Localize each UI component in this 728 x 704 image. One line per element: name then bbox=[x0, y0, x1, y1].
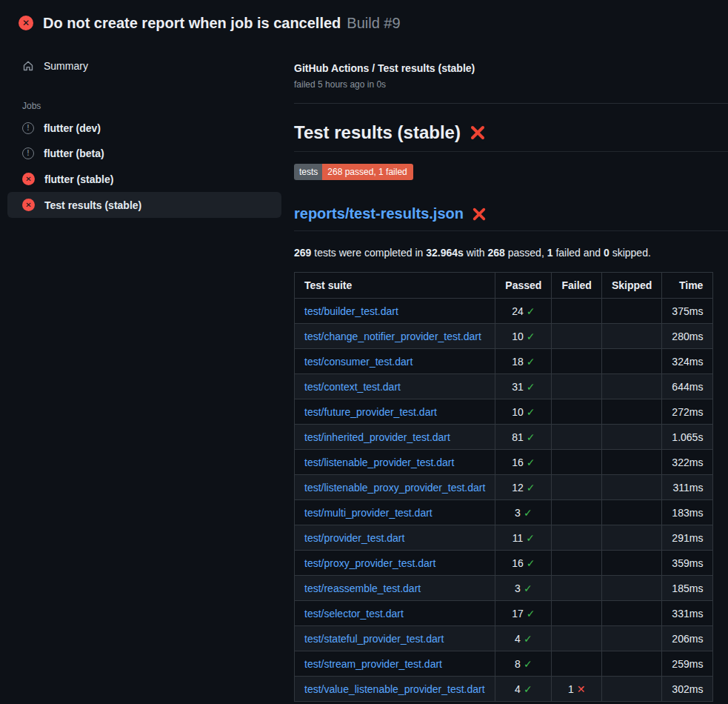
cell-skipped bbox=[601, 299, 661, 324]
test-suite-link[interactable]: test/context_test.dart bbox=[304, 381, 401, 393]
test-suite-link[interactable]: test/proxy_provider_test.dart bbox=[304, 557, 435, 569]
cell-test-suite: test/change_notifier_provider_test.dart bbox=[295, 324, 495, 349]
test-suite-link[interactable]: test/change_notifier_provider_test.dart bbox=[304, 331, 481, 342]
test-results-table: Test suite Passed Failed Skipped Time te… bbox=[294, 272, 713, 702]
cell-passed: 81✓ bbox=[495, 425, 552, 450]
cell-passed: 11✓ bbox=[495, 525, 552, 551]
check-icon: ✓ bbox=[527, 456, 535, 468]
test-suite-link[interactable]: test/multi_provider_test.dart bbox=[304, 507, 433, 519]
cell-test-suite: test/context_test.dart bbox=[295, 374, 495, 399]
cell-passed: 10✓ bbox=[495, 399, 552, 425]
cell-skipped bbox=[601, 399, 661, 425]
cell-test-suite: test/listenable_provider_test.dart bbox=[295, 450, 495, 475]
cell-time: 644ms bbox=[662, 374, 713, 399]
cell-time: 185ms bbox=[662, 576, 713, 601]
table-row: test/change_notifier_provider_test.dart1… bbox=[295, 324, 713, 349]
check-icon: ✓ bbox=[524, 633, 532, 645]
test-suite-link[interactable]: test/consumer_test.dart bbox=[304, 356, 413, 368]
cell-time: 272ms bbox=[662, 399, 713, 425]
cell-test-suite: test/reassemble_test.dart bbox=[295, 576, 495, 601]
jobs-section-heading: Jobs bbox=[22, 101, 289, 111]
cell-failed bbox=[552, 349, 601, 374]
sidebar-job-item[interactable]: !flutter (dev) bbox=[7, 116, 281, 141]
run-meta-text: failed 5 hours ago in 0s bbox=[294, 79, 728, 90]
cell-failed bbox=[552, 576, 601, 601]
cell-time: 280ms bbox=[662, 324, 713, 349]
cell-passed: 3✓ bbox=[495, 500, 552, 525]
section-title: Test results (stable) bbox=[294, 122, 728, 152]
check-icon: ✓ bbox=[527, 305, 535, 317]
sidebar-job-item[interactable]: !flutter (beta) bbox=[7, 141, 281, 166]
table-row: test/consumer_test.dart18✓324ms bbox=[295, 349, 713, 374]
run-build-number: Build #9 bbox=[347, 15, 400, 32]
cell-time: 359ms bbox=[662, 551, 713, 576]
test-suite-link[interactable]: test/listenable_proxy_provider_test.dart bbox=[304, 482, 485, 494]
cell-test-suite: test/builder_test.dart bbox=[295, 299, 495, 324]
test-suite-link[interactable]: test/stream_provider_test.dart bbox=[304, 658, 442, 670]
cell-test-suite: test/selector_test.dart bbox=[295, 601, 495, 626]
cell-passed: 16✓ bbox=[495, 551, 552, 576]
table-row: test/builder_test.dart24✓375ms bbox=[295, 299, 713, 324]
cell-skipped bbox=[601, 576, 661, 601]
cell-test-suite: test/stream_provider_test.dart bbox=[295, 651, 495, 677]
cell-test-suite: test/multi_provider_test.dart bbox=[295, 500, 495, 525]
cell-test-suite: test/value_listenable_provider_test.dart bbox=[295, 677, 495, 702]
cell-skipped bbox=[601, 374, 661, 399]
test-suite-link[interactable]: test/listenable_provider_test.dart bbox=[304, 456, 454, 468]
table-row: test/selector_test.dart17✓331ms bbox=[295, 601, 713, 626]
cell-skipped bbox=[601, 626, 661, 651]
cell-time: 291ms bbox=[662, 525, 713, 551]
sidebar-job-item[interactable]: ✕flutter (stable) bbox=[7, 166, 281, 192]
cell-passed: 24✓ bbox=[495, 299, 552, 324]
cell-passed: 10✓ bbox=[495, 324, 552, 349]
test-suite-link[interactable]: test/future_provider_test.dart bbox=[304, 406, 437, 418]
failed-x-icon bbox=[470, 124, 486, 141]
test-suite-link[interactable]: test/builder_test.dart bbox=[304, 305, 398, 317]
table-row: test/future_provider_test.dart10✓272ms bbox=[295, 399, 713, 425]
cell-skipped bbox=[601, 324, 661, 349]
main-content: GitHub Actions / Test results (stable) f… bbox=[294, 41, 728, 702]
table-row: test/value_listenable_provider_test.dart… bbox=[295, 677, 713, 702]
cell-failed bbox=[552, 525, 601, 551]
check-icon: ✓ bbox=[527, 356, 535, 368]
cell-skipped bbox=[601, 349, 661, 374]
job-cancelled-icon: ! bbox=[22, 147, 34, 159]
cell-time: 322ms bbox=[662, 450, 713, 475]
badge-label: tests bbox=[294, 164, 322, 180]
cell-skipped bbox=[601, 500, 661, 525]
cell-time: 259ms bbox=[662, 651, 713, 677]
table-row: test/multi_provider_test.dart3✓183ms bbox=[295, 500, 713, 525]
cell-time: 1.065s bbox=[662, 425, 713, 450]
cell-test-suite: test/provider_test.dart bbox=[295, 525, 495, 551]
test-suite-link[interactable]: test/selector_test.dart bbox=[304, 608, 404, 620]
test-suite-link[interactable]: test/provider_test.dart bbox=[304, 532, 404, 544]
job-label: flutter (beta) bbox=[44, 147, 104, 159]
test-suite-link[interactable]: test/inherited_provider_test.dart bbox=[304, 431, 450, 443]
jobs-list: !flutter (dev)!flutter (beta)✕flutter (s… bbox=[0, 116, 289, 218]
test-suite-link[interactable]: test/reassemble_test.dart bbox=[304, 582, 421, 594]
cell-passed: 8✓ bbox=[495, 651, 552, 677]
job-failed-icon: ✕ bbox=[22, 199, 35, 211]
cell-time: 331ms bbox=[662, 601, 713, 626]
failed-x-icon bbox=[472, 207, 487, 222]
cell-failed bbox=[552, 601, 601, 626]
cell-skipped bbox=[601, 651, 661, 677]
job-label: flutter (stable) bbox=[44, 173, 113, 185]
cell-skipped bbox=[601, 425, 661, 450]
cell-passed: 3✓ bbox=[495, 576, 552, 601]
test-suite-link[interactable]: test/value_listenable_provider_test.dart bbox=[304, 683, 485, 695]
table-row: test/reassemble_test.dart3✓185ms bbox=[295, 576, 713, 601]
cell-failed bbox=[552, 626, 601, 651]
table-row: test/inherited_provider_test.dart81✓1.06… bbox=[295, 425, 713, 450]
column-header-passed: Passed bbox=[495, 273, 552, 299]
report-title: reports/test-results.json bbox=[294, 205, 728, 231]
sidebar-item-summary[interactable]: Summary bbox=[7, 53, 281, 79]
check-icon: ✓ bbox=[527, 557, 535, 569]
sidebar-job-item[interactable]: ✕Test results (stable) bbox=[7, 192, 281, 218]
test-suite-link[interactable]: test/stateful_provider_test.dart bbox=[304, 633, 444, 645]
cell-skipped bbox=[601, 475, 661, 500]
job-failed-icon: ✕ bbox=[22, 173, 35, 185]
report-file-link[interactable]: reports/test-results.json bbox=[294, 205, 464, 222]
check-icon: ✓ bbox=[524, 507, 532, 519]
sidebar-summary-label: Summary bbox=[44, 60, 88, 72]
